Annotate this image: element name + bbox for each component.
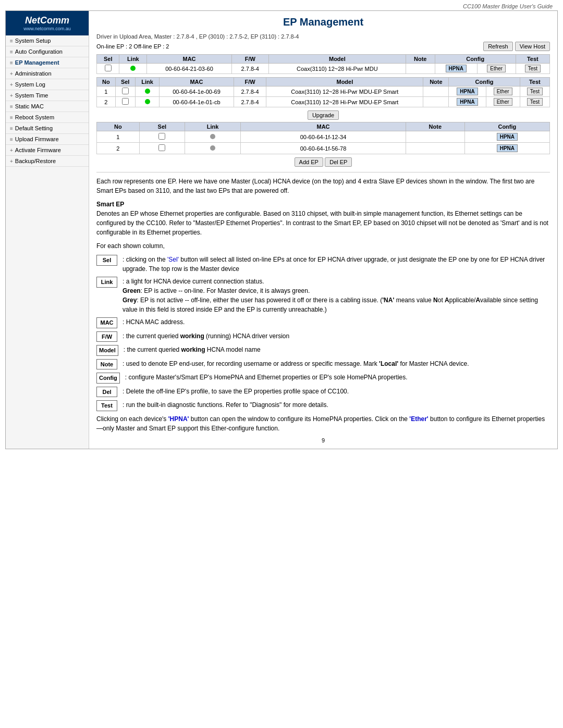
desc-item-sel: Sel : clicking on the 'Sel' button will … (96, 255, 550, 274)
master-sel-cell[interactable] (97, 64, 119, 74)
off-hpna-1[interactable]: HPNA (464, 131, 549, 143)
bullet-icon: ≡ (10, 126, 13, 131)
master-col-note: Note (406, 55, 435, 64)
master-ether-button[interactable]: Ether (487, 65, 506, 72)
online-info: On-line EP : 2 Off-line EP : 2 (96, 43, 169, 50)
desc-label-note: Note (96, 359, 117, 370)
sidebar-item-static-mac[interactable]: ≡Static MAC (6, 101, 89, 112)
sidebar-item-administration[interactable]: +Administration (6, 68, 89, 79)
master-col-model: Model (268, 55, 406, 64)
slave-col-no: No (97, 78, 116, 87)
green-dot (130, 66, 136, 71)
offline-row-1: 1 00-60-64-1f-12-34 HPNA (97, 131, 550, 143)
slave-table: No Sel Link MAC F/W Model Note Config Te… (96, 77, 550, 107)
slave-col-model: Model (266, 78, 423, 87)
upgrade-row: Upgrade (96, 110, 550, 120)
master-ether-cell[interactable]: Ether (477, 64, 516, 74)
desc-label-link: Link (96, 277, 117, 288)
slave-test-1[interactable]: Test (520, 87, 549, 97)
master-model-cell: Coax(3110) 12~28 Hi-Pwr MDU (268, 64, 406, 74)
slave-link-1 (135, 87, 160, 97)
grey-dot (210, 145, 215, 151)
desc-label-config: Config (96, 373, 120, 384)
slave-ether-button-1[interactable]: Ether (494, 88, 512, 95)
master-row: 00-60-64-21-03-60 2.7.8-4 Coax(3110) 12~… (97, 64, 550, 74)
off-hpna-button-2[interactable]: HPNA (497, 144, 518, 152)
master-test-cell[interactable]: Test (516, 64, 549, 74)
bullet-icon: ≡ (10, 115, 13, 120)
offline-table: No Sel Link MAC Note Config 1 00-60-64-1… (96, 122, 550, 154)
desc-item-mac: MAC : HCNA MAC address. (96, 317, 550, 328)
smart-ep-text: Denotes an EP whose Ethernet properties … (96, 210, 548, 236)
slave-row-2: 2 00-60-64-1e-01-cb 2.7.8-4 Coax(3110) 1… (97, 97, 550, 107)
desc-text-f/w: : the current queried working (running) … (123, 331, 550, 341)
add-ep-button[interactable]: Add EP (295, 157, 323, 167)
off-col-note: Note (406, 122, 464, 131)
sidebar-item-system-log[interactable]: +System Log (6, 79, 89, 90)
off-sel-2[interactable] (139, 143, 185, 154)
sidebar-item-system-time[interactable]: +System Time (6, 90, 89, 101)
page-number: 9 (96, 437, 550, 443)
sidebar-item-backup/restore[interactable]: +Backup/Restore (6, 156, 89, 167)
slave-hpna-1[interactable]: HPNA (449, 87, 486, 97)
slave-hpna-button-2[interactable]: HPNA (457, 98, 478, 106)
bullet-icon: ≡ (10, 104, 13, 109)
slave-mac-1: 00-60-64-1e-00-69 (160, 87, 234, 97)
slave-ether-1[interactable]: Ether (486, 87, 520, 97)
slave-test-button-1[interactable]: Test (527, 88, 543, 95)
desc-label-sel: Sel (96, 255, 117, 266)
master-hpna-cell[interactable]: HPNA (435, 64, 477, 74)
slave-sel-1[interactable] (115, 87, 135, 97)
desc-text-model: : the current queried working HCNA model… (124, 345, 550, 354)
off-no-2: 2 (97, 143, 140, 154)
master-col-test: Test (516, 55, 549, 64)
sidebar-item-ep-management[interactable]: ≡EP Management (6, 57, 89, 68)
slave-ether-2[interactable]: Ether (486, 97, 520, 107)
off-note-2 (406, 143, 464, 154)
column-intro: For each shown column, (96, 241, 550, 251)
slave-sel-2[interactable] (115, 97, 135, 107)
desc-item-f/w: F/W : the current queried working (runni… (96, 331, 550, 342)
desc-label-f/w: F/W (96, 331, 117, 342)
desc-item-del: Del : Delete the off-line EP's profile, … (96, 387, 550, 398)
slave-link-2 (135, 97, 160, 107)
sidebar-item-reboot-system[interactable]: ≡Reboot System (6, 112, 89, 123)
view-host-button[interactable]: View Host (515, 42, 550, 51)
slave-row-1: 1 00-60-64-1e-00-69 2.7.8-4 Coax(3110) 1… (97, 87, 550, 97)
smart-ep-section: Smart EP Denotes an EP whose Ethernet pr… (96, 200, 550, 237)
slave-test-2[interactable]: Test (520, 97, 549, 107)
slave-col-link: Link (135, 78, 160, 87)
desc-label-del: Del (96, 387, 117, 398)
sidebar-item-system-setup[interactable]: ≡System Setup (6, 35, 89, 46)
off-link-2 (185, 143, 241, 154)
slave-hpna-2[interactable]: HPNA (449, 97, 486, 107)
master-fw-cell: 2.7.8-4 (231, 64, 268, 74)
slave-no-2: 2 (97, 97, 116, 107)
slave-col-mac: MAC (160, 78, 234, 87)
upgrade-button[interactable]: Upgrade (308, 110, 339, 120)
off-hpna-2[interactable]: HPNA (464, 143, 549, 154)
sidebar-item-activate-firmware[interactable]: +Activate Firmware (6, 145, 89, 156)
off-hpna-button-1[interactable]: HPNA (497, 133, 518, 141)
del-ep-button[interactable]: Del EP (325, 157, 352, 167)
desc-text-test: : run the built-in diagnostic functions.… (123, 400, 550, 410)
sidebar-item-upload-firmware[interactable]: ≡Upload Firmware (6, 134, 89, 145)
sidebar-item-auto-configuration[interactable]: ≡Auto Configuration (6, 46, 89, 57)
master-col-sel: Sel (97, 55, 119, 64)
off-sel-1[interactable] (139, 131, 185, 143)
desc-text-del: : Delete the off-line EP's profile, to s… (123, 387, 550, 396)
off-link-1 (185, 131, 241, 143)
slave-hpna-button-1[interactable]: HPNA (457, 88, 478, 95)
master-hpna-button[interactable]: HPNA (446, 65, 467, 72)
slave-mac-2: 00-60-64-1e-01-cb (160, 97, 234, 107)
logo-sub: www.netcomm.com.au (11, 26, 83, 31)
refresh-button[interactable]: Refresh (483, 42, 513, 51)
slave-note-2 (423, 97, 449, 107)
green-dot (145, 99, 150, 104)
slave-ether-button-2[interactable]: Ether (494, 98, 512, 106)
slave-test-button-2[interactable]: Test (527, 98, 543, 106)
master-test-button[interactable]: Test (525, 65, 541, 72)
sidebar-item-default-setting[interactable]: ≡Default Setting (6, 123, 89, 134)
offline-row-2: 2 00-60-64-1f-56-78 HPNA (97, 143, 550, 154)
master-mac-cell: 00-60-64-21-03-60 (147, 64, 231, 74)
